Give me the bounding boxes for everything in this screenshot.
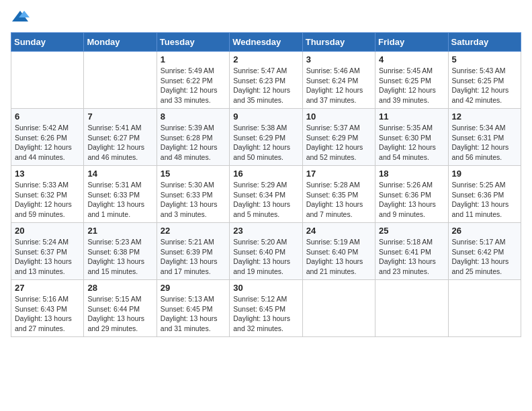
logo-icon [11,9,30,23]
calendar-week-row: 20Sunrise: 5:24 AM Sunset: 6:37 PM Dayli… [11,223,521,280]
day-number: 4 [379,54,444,64]
day-header-monday: Monday [84,33,157,52]
day-header-tuesday: Tuesday [157,33,229,52]
calendar-cell [11,52,84,109]
day-number: 25 [379,226,444,236]
day-number: 24 [306,226,371,236]
calendar-cell [84,52,157,109]
calendar-cell: 10Sunrise: 5:37 AM Sunset: 6:29 PM Dayli… [302,109,375,166]
day-number: 26 [452,226,517,236]
day-info: Sunrise: 5:13 AM Sunset: 6:45 PM Dayligh… [161,294,226,334]
calendar-cell [375,280,448,337]
day-number: 28 [87,283,152,293]
day-number: 29 [161,283,226,293]
day-number: 12 [452,111,517,122]
calendar-cell: 29Sunrise: 5:13 AM Sunset: 6:45 PM Dayli… [157,280,229,337]
calendar-cell: 28Sunrise: 5:15 AM Sunset: 6:44 PM Dayli… [84,280,157,337]
calendar-cell: 7Sunrise: 5:41 AM Sunset: 6:27 PM Daylig… [84,109,157,166]
calendar-cell: 3Sunrise: 5:46 AM Sunset: 6:24 PM Daylig… [302,52,375,109]
calendar-cell: 4Sunrise: 5:45 AM Sunset: 6:25 PM Daylig… [375,52,448,109]
day-info: Sunrise: 5:39 AM Sunset: 6:28 PM Dayligh… [161,123,226,163]
day-info: Sunrise: 5:25 AM Sunset: 6:36 PM Dayligh… [452,180,517,220]
calendar-cell: 26Sunrise: 5:17 AM Sunset: 6:42 PM Dayli… [448,223,521,280]
day-number: 19 [452,169,517,179]
day-number: 27 [15,283,80,293]
day-info: Sunrise: 5:37 AM Sunset: 6:29 PM Dayligh… [306,123,371,163]
calendar-cell: 8Sunrise: 5:39 AM Sunset: 6:28 PM Daylig… [157,109,229,166]
calendar-cell: 2Sunrise: 5:47 AM Sunset: 6:23 PM Daylig… [230,52,302,109]
calendar-cell: 27Sunrise: 5:16 AM Sunset: 6:43 PM Dayli… [11,280,84,337]
calendar-week-row: 6Sunrise: 5:42 AM Sunset: 6:26 PM Daylig… [11,109,521,166]
day-number: 15 [161,169,226,179]
day-number: 6 [15,111,80,122]
day-info: Sunrise: 5:43 AM Sunset: 6:25 PM Dayligh… [452,66,517,105]
calendar-week-row: 27Sunrise: 5:16 AM Sunset: 6:43 PM Dayli… [11,280,521,337]
calendar-cell [302,280,375,337]
day-info: Sunrise: 5:15 AM Sunset: 6:44 PM Dayligh… [87,294,152,334]
day-number: 1 [161,54,226,64]
calendar-cell: 15Sunrise: 5:30 AM Sunset: 6:33 PM Dayli… [157,166,229,223]
day-number: 3 [306,54,371,64]
day-info: Sunrise: 5:26 AM Sunset: 6:36 PM Dayligh… [379,180,444,220]
day-info: Sunrise: 5:49 AM Sunset: 6:22 PM Dayligh… [161,66,226,105]
calendar-cell: 6Sunrise: 5:42 AM Sunset: 6:26 PM Daylig… [11,109,84,166]
logo [11,11,30,26]
day-number: 8 [161,111,226,122]
day-info: Sunrise: 5:28 AM Sunset: 6:35 PM Dayligh… [306,180,371,220]
day-header-sunday: Sunday [11,33,84,52]
calendar-header-row: SundayMondayTuesdayWednesdayThursdayFrid… [11,33,521,52]
calendar-cell [448,280,521,337]
calendar-table: SundayMondayTuesdayWednesdayThursdayFrid… [11,32,521,337]
day-number: 20 [15,226,80,236]
day-info: Sunrise: 5:34 AM Sunset: 6:31 PM Dayligh… [452,123,517,163]
day-number: 13 [15,169,80,179]
calendar-cell: 16Sunrise: 5:29 AM Sunset: 6:34 PM Dayli… [230,166,302,223]
day-info: Sunrise: 5:38 AM Sunset: 6:29 PM Dayligh… [233,123,298,163]
day-number: 11 [379,111,444,122]
day-number: 18 [379,169,444,179]
day-number: 14 [87,169,152,179]
day-number: 2 [233,54,298,64]
day-info: Sunrise: 5:41 AM Sunset: 6:27 PM Dayligh… [87,123,152,163]
day-number: 17 [306,169,371,179]
day-info: Sunrise: 5:12 AM Sunset: 6:45 PM Dayligh… [233,294,298,334]
day-number: 22 [161,226,226,236]
calendar-cell: 14Sunrise: 5:31 AM Sunset: 6:33 PM Dayli… [84,166,157,223]
calendar-cell: 1Sunrise: 5:49 AM Sunset: 6:22 PM Daylig… [157,52,229,109]
day-header-saturday: Saturday [448,33,521,52]
day-number: 5 [452,54,517,64]
calendar-cell: 5Sunrise: 5:43 AM Sunset: 6:25 PM Daylig… [448,52,521,109]
calendar-cell: 17Sunrise: 5:28 AM Sunset: 6:35 PM Dayli… [302,166,375,223]
calendar-cell: 25Sunrise: 5:18 AM Sunset: 6:41 PM Dayli… [375,223,448,280]
calendar-cell: 20Sunrise: 5:24 AM Sunset: 6:37 PM Dayli… [11,223,84,280]
day-number: 9 [233,111,298,122]
day-info: Sunrise: 5:17 AM Sunset: 6:42 PM Dayligh… [452,237,517,277]
day-info: Sunrise: 5:23 AM Sunset: 6:38 PM Dayligh… [87,237,152,277]
day-info: Sunrise: 5:29 AM Sunset: 6:34 PM Dayligh… [233,180,298,220]
day-info: Sunrise: 5:42 AM Sunset: 6:26 PM Dayligh… [15,123,80,163]
day-info: Sunrise: 5:33 AM Sunset: 6:32 PM Dayligh… [15,180,80,220]
page-header [11,11,521,26]
day-number: 23 [233,226,298,236]
day-info: Sunrise: 5:46 AM Sunset: 6:24 PM Dayligh… [306,66,371,105]
calendar-cell: 21Sunrise: 5:23 AM Sunset: 6:38 PM Dayli… [84,223,157,280]
day-info: Sunrise: 5:31 AM Sunset: 6:33 PM Dayligh… [87,180,152,220]
day-number: 10 [306,111,371,122]
day-number: 21 [87,226,152,236]
calendar-cell: 11Sunrise: 5:35 AM Sunset: 6:30 PM Dayli… [375,109,448,166]
calendar-cell: 19Sunrise: 5:25 AM Sunset: 6:36 PM Dayli… [448,166,521,223]
calendar-cell: 12Sunrise: 5:34 AM Sunset: 6:31 PM Dayli… [448,109,521,166]
calendar-cell: 30Sunrise: 5:12 AM Sunset: 6:45 PM Dayli… [230,280,302,337]
day-info: Sunrise: 5:21 AM Sunset: 6:39 PM Dayligh… [161,237,226,277]
day-info: Sunrise: 5:16 AM Sunset: 6:43 PM Dayligh… [15,294,80,334]
day-info: Sunrise: 5:18 AM Sunset: 6:41 PM Dayligh… [379,237,444,277]
calendar-cell: 24Sunrise: 5:19 AM Sunset: 6:40 PM Dayli… [302,223,375,280]
day-number: 16 [233,169,298,179]
calendar-cell: 23Sunrise: 5:20 AM Sunset: 6:40 PM Dayli… [230,223,302,280]
day-header-thursday: Thursday [302,33,375,52]
calendar-week-row: 1Sunrise: 5:49 AM Sunset: 6:22 PM Daylig… [11,52,521,109]
day-info: Sunrise: 5:45 AM Sunset: 6:25 PM Dayligh… [379,66,444,105]
day-info: Sunrise: 5:24 AM Sunset: 6:37 PM Dayligh… [15,237,80,277]
day-info: Sunrise: 5:35 AM Sunset: 6:30 PM Dayligh… [379,123,444,163]
day-info: Sunrise: 5:20 AM Sunset: 6:40 PM Dayligh… [233,237,298,277]
